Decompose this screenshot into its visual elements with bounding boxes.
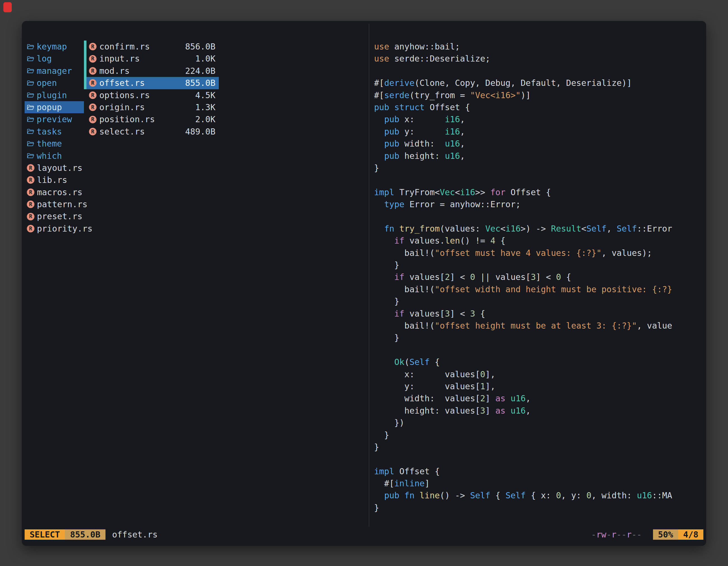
file-row[interactable]: Roffset.rs855.0B (84, 77, 219, 89)
rust-file-icon: R (27, 176, 34, 184)
code-token (374, 357, 394, 367)
rust-file-icon: R (27, 164, 34, 172)
sidebar-item-label: tasks (37, 126, 62, 138)
code-token: u16 (445, 151, 460, 161)
file-row[interactable]: Rorigin.rs1.3K (84, 101, 219, 113)
code-token: u16 (511, 393, 526, 403)
code-line: pub x: i16, (374, 113, 704, 125)
code-token: Vec (440, 187, 455, 197)
code-token: , width: (591, 490, 637, 500)
code-line: bail!("offset width and height must be p… (374, 283, 704, 295)
code-token: bail!( (374, 321, 435, 330)
code-token (506, 406, 511, 415)
sidebar-file-row[interactable]: Rlib.rs (25, 174, 84, 186)
code-line (374, 453, 704, 465)
sidebar-file-row[interactable]: Rpreset.rs (25, 210, 84, 222)
code-token: , (607, 224, 617, 234)
file-size: 489.0B (185, 126, 215, 138)
code-line (374, 344, 704, 356)
status-filename: offset.rs (112, 529, 158, 540)
code-token: < (581, 224, 586, 234)
code-token: derive (384, 78, 414, 88)
sidebar-folder-row[interactable]: plugin (25, 89, 84, 101)
sidebar-item-label: macros.rs (37, 186, 83, 198)
code-token (374, 490, 384, 500)
code-token: Vec (485, 224, 500, 234)
code-line: } (374, 162, 704, 174)
code-token: y: (399, 127, 445, 137)
sidebar-file-row[interactable]: Rpriority.rs (25, 223, 84, 235)
code-line: height: values[3] as u16, (374, 405, 704, 417)
file-row[interactable]: Roptions.rs4.5K (84, 89, 219, 101)
code-token: Ok (394, 357, 404, 367)
code-token: , (460, 151, 465, 161)
code-line: } (374, 295, 704, 307)
code-token: pub (384, 151, 399, 161)
code-token: { (561, 272, 571, 282)
sidebar-item-label: layout.rs (37, 162, 83, 174)
code-token: Error = anyhow::Error; (404, 200, 520, 209)
code-token: ], (485, 381, 495, 391)
file-row[interactable]: Rposition.rs2.0K (84, 113, 219, 125)
file-row[interactable]: Rmod.rs224.0B (84, 65, 219, 77)
code-token: 3 (480, 406, 485, 415)
sidebar-item-label: lib.rs (37, 174, 67, 186)
sidebar-folder-row[interactable]: keymap (25, 41, 84, 53)
code-line: #[serde(try_from = "Vec<i16>")] (374, 89, 704, 101)
code-token (374, 151, 384, 161)
sidebar-folder-row[interactable]: open (25, 77, 84, 89)
file-name: mod.rs (99, 65, 130, 77)
sidebar-folder-row[interactable]: manager (25, 65, 84, 77)
code-token: Result (551, 224, 581, 234)
code-line: } (374, 429, 704, 441)
code-line: }) (374, 417, 704, 429)
code-token: use (374, 42, 389, 51)
file-row[interactable]: Rinput.rs1.0K (84, 53, 219, 65)
sidebar-item-label: theme (37, 138, 62, 150)
code-token: "Vec<i16>" (470, 90, 521, 100)
code-token: use (374, 54, 389, 64)
sidebar-folder-row[interactable]: which (25, 150, 84, 162)
code-token: Offset { (506, 187, 551, 197)
file-size-badge: 855.0B (65, 529, 105, 540)
code-token (374, 272, 394, 282)
file-size: 856.0B (185, 41, 215, 53)
code-token: values[ (404, 309, 445, 318)
code-token: ( (404, 357, 409, 367)
code-line: width: values[2] as u16, (374, 392, 704, 404)
code-token: 3 (531, 272, 536, 282)
file-name: confirm.rs (99, 41, 150, 53)
file-size: 855.0B (185, 77, 215, 89)
code-line: pub struct Offset { (374, 101, 704, 113)
file-name: origin.rs (99, 101, 145, 113)
folder-open-icon (27, 104, 34, 111)
sidebar-file-row[interactable]: Rpattern.rs (25, 198, 84, 210)
code-token: , y: (561, 490, 586, 500)
rust-file-icon: R (89, 116, 97, 123)
sidebar-folder-row[interactable]: log (25, 53, 84, 65)
code-token: ], (485, 369, 495, 379)
sidebar-file-row[interactable]: Rlayout.rs (25, 162, 84, 174)
code-token: ::MA (652, 490, 672, 500)
code-token: 1 (480, 381, 485, 391)
file-name: options.rs (99, 89, 150, 101)
sidebar-file-row[interactable]: Rmacros.rs (25, 186, 84, 198)
file-row[interactable]: Rconfirm.rs856.0B (84, 41, 219, 53)
pane-divider (369, 24, 369, 527)
code-token (374, 236, 394, 246)
code-token: u16 (511, 406, 526, 415)
code-token: { x: (526, 490, 556, 500)
rust-file-icon: R (89, 43, 97, 50)
code-token: "offset height must be at least 3: {:?}" (435, 321, 637, 330)
sidebar-folder-row[interactable]: tasks (25, 126, 84, 138)
file-row[interactable]: Rselect.rs489.0B (84, 126, 219, 138)
sidebar-folder-row[interactable]: preview (25, 113, 84, 125)
code-token: , (460, 139, 465, 149)
sidebar-folder-row[interactable]: theme (25, 138, 84, 150)
code-token: Offset { (425, 102, 470, 112)
code-token: pub (384, 114, 399, 124)
rust-file-icon: R (89, 91, 97, 99)
code-token: width: (399, 139, 445, 149)
code-token: } (374, 503, 379, 513)
sidebar-folder-row[interactable]: popup (25, 101, 84, 113)
